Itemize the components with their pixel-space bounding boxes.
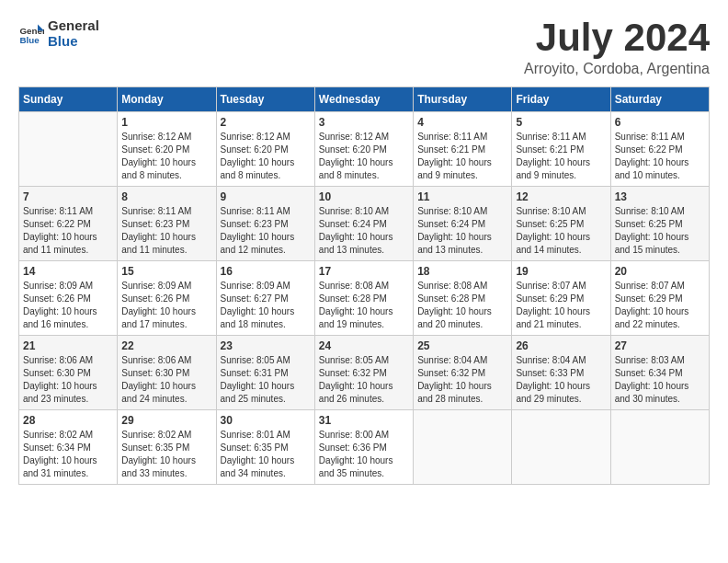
day-number: 13	[615, 190, 705, 203]
day-info: Sunrise: 8:06 AM Sunset: 6:30 PM Dayligh…	[23, 354, 113, 406]
day-info: Sunrise: 8:10 AM Sunset: 6:25 PM Dayligh…	[516, 205, 606, 257]
logo-general: General	[48, 18, 99, 34]
day-number: 19	[516, 265, 606, 278]
day-cell: 19Sunrise: 8:07 AM Sunset: 6:29 PM Dayli…	[512, 261, 610, 336]
day-cell	[512, 410, 610, 485]
month-year-title: July 2024	[524, 18, 710, 57]
day-number: 23	[221, 339, 311, 352]
day-info: Sunrise: 8:11 AM Sunset: 6:22 PM Dayligh…	[23, 205, 113, 257]
day-cell: 7Sunrise: 8:11 AM Sunset: 6:22 PM Daylig…	[19, 187, 118, 261]
day-cell: 15Sunrise: 8:09 AM Sunset: 6:26 PM Dayli…	[118, 261, 216, 336]
day-number: 29	[121, 414, 211, 427]
day-cell: 17Sunrise: 8:08 AM Sunset: 6:28 PM Dayli…	[314, 261, 413, 336]
day-info: Sunrise: 8:11 AM Sunset: 6:21 PM Dayligh…	[516, 131, 606, 182]
week-row-4: 21Sunrise: 8:06 AM Sunset: 6:30 PM Dayli…	[19, 336, 710, 410]
day-cell: 27Sunrise: 8:03 AM Sunset: 6:34 PM Dayli…	[610, 336, 709, 410]
week-row-1: 1Sunrise: 8:12 AM Sunset: 6:20 PM Daylig…	[19, 112, 710, 187]
day-info: Sunrise: 8:06 AM Sunset: 6:30 PM Dayligh…	[121, 354, 211, 406]
day-info: Sunrise: 8:12 AM Sunset: 6:20 PM Dayligh…	[221, 131, 311, 182]
day-cell: 13Sunrise: 8:10 AM Sunset: 6:25 PM Dayli…	[610, 187, 709, 261]
day-number: 27	[615, 339, 705, 352]
logo-icon: General Blue	[18, 21, 44, 47]
day-info: Sunrise: 8:01 AM Sunset: 6:35 PM Dayligh…	[221, 429, 311, 480]
day-cell: 22Sunrise: 8:06 AM Sunset: 6:30 PM Dayli…	[118, 336, 216, 410]
day-info: Sunrise: 8:11 AM Sunset: 6:21 PM Dayligh…	[417, 131, 507, 182]
header-thursday: Thursday	[414, 87, 512, 112]
day-number: 7	[23, 190, 113, 203]
day-info: Sunrise: 8:09 AM Sunset: 6:27 PM Dayligh…	[221, 280, 311, 331]
day-cell: 31Sunrise: 8:00 AM Sunset: 6:36 PM Dayli…	[314, 410, 413, 485]
day-number: 14	[23, 265, 113, 278]
header-tuesday: Tuesday	[216, 87, 314, 112]
day-number: 28	[23, 414, 113, 427]
day-info: Sunrise: 8:10 AM Sunset: 6:24 PM Dayligh…	[417, 205, 507, 257]
day-cell	[19, 112, 118, 187]
day-cell	[610, 410, 709, 485]
day-info: Sunrise: 8:11 AM Sunset: 6:23 PM Dayligh…	[221, 205, 311, 257]
day-info: Sunrise: 8:02 AM Sunset: 6:35 PM Dayligh…	[121, 429, 211, 480]
day-number: 26	[516, 339, 606, 352]
calendar-table: SundayMondayTuesdayWednesdayThursdayFrid…	[18, 86, 710, 485]
svg-text:Blue: Blue	[19, 34, 40, 44]
day-info: Sunrise: 8:08 AM Sunset: 6:28 PM Dayligh…	[319, 280, 409, 331]
day-cell: 29Sunrise: 8:02 AM Sunset: 6:35 PM Dayli…	[118, 410, 216, 485]
day-cell: 24Sunrise: 8:05 AM Sunset: 6:32 PM Dayli…	[314, 336, 413, 410]
day-number: 24	[319, 339, 409, 352]
day-info: Sunrise: 8:12 AM Sunset: 6:20 PM Dayligh…	[121, 131, 211, 182]
day-info: Sunrise: 8:07 AM Sunset: 6:29 PM Dayligh…	[615, 280, 705, 331]
page-header: General Blue General Blue July 2024 Arro…	[18, 18, 710, 77]
day-info: Sunrise: 8:02 AM Sunset: 6:34 PM Dayligh…	[23, 429, 113, 480]
day-info: Sunrise: 8:10 AM Sunset: 6:24 PM Dayligh…	[319, 205, 409, 257]
day-info: Sunrise: 8:00 AM Sunset: 6:36 PM Dayligh…	[319, 429, 409, 480]
day-number: 17	[319, 265, 409, 278]
day-number: 15	[121, 265, 211, 278]
day-cell	[414, 410, 512, 485]
day-cell: 8Sunrise: 8:11 AM Sunset: 6:23 PM Daylig…	[118, 187, 216, 261]
day-cell: 4Sunrise: 8:11 AM Sunset: 6:21 PM Daylig…	[414, 112, 512, 187]
day-info: Sunrise: 8:03 AM Sunset: 6:34 PM Dayligh…	[615, 354, 705, 406]
day-info: Sunrise: 8:05 AM Sunset: 6:32 PM Dayligh…	[319, 354, 409, 406]
location-subtitle: Arroyito, Cordoba, Argentina	[524, 61, 710, 77]
day-info: Sunrise: 8:08 AM Sunset: 6:28 PM Dayligh…	[417, 280, 507, 331]
day-cell: 9Sunrise: 8:11 AM Sunset: 6:23 PM Daylig…	[216, 187, 314, 261]
day-number: 30	[221, 414, 311, 427]
day-number: 21	[23, 339, 113, 352]
day-info: Sunrise: 8:05 AM Sunset: 6:31 PM Dayligh…	[221, 354, 311, 406]
day-number: 6	[615, 116, 705, 129]
title-area: July 2024 Arroyito, Cordoba, Argentina	[524, 18, 710, 77]
day-cell: 16Sunrise: 8:09 AM Sunset: 6:27 PM Dayli…	[216, 261, 314, 336]
day-number: 5	[516, 116, 606, 129]
day-cell: 6Sunrise: 8:11 AM Sunset: 6:22 PM Daylig…	[610, 112, 709, 187]
day-number: 20	[615, 265, 705, 278]
day-number: 12	[516, 190, 606, 203]
day-number: 25	[417, 339, 507, 352]
day-cell: 20Sunrise: 8:07 AM Sunset: 6:29 PM Dayli…	[610, 261, 709, 336]
day-info: Sunrise: 8:09 AM Sunset: 6:26 PM Dayligh…	[23, 280, 113, 331]
header-wednesday: Wednesday	[314, 87, 413, 112]
day-info: Sunrise: 8:10 AM Sunset: 6:25 PM Dayligh…	[615, 205, 705, 257]
day-info: Sunrise: 8:07 AM Sunset: 6:29 PM Dayligh…	[516, 280, 606, 331]
day-cell: 28Sunrise: 8:02 AM Sunset: 6:34 PM Dayli…	[19, 410, 118, 485]
day-number: 2	[221, 116, 311, 129]
day-number: 8	[121, 190, 211, 203]
day-number: 4	[417, 116, 507, 129]
day-number: 31	[319, 414, 409, 427]
day-cell: 21Sunrise: 8:06 AM Sunset: 6:30 PM Dayli…	[19, 336, 118, 410]
week-row-2: 7Sunrise: 8:11 AM Sunset: 6:22 PM Daylig…	[19, 187, 710, 261]
day-number: 22	[121, 339, 211, 352]
day-cell: 3Sunrise: 8:12 AM Sunset: 6:20 PM Daylig…	[314, 112, 413, 187]
week-row-3: 14Sunrise: 8:09 AM Sunset: 6:26 PM Dayli…	[19, 261, 710, 336]
header-friday: Friday	[512, 87, 610, 112]
day-number: 18	[417, 265, 507, 278]
day-cell: 14Sunrise: 8:09 AM Sunset: 6:26 PM Dayli…	[19, 261, 118, 336]
day-number: 11	[417, 190, 507, 203]
day-cell: 18Sunrise: 8:08 AM Sunset: 6:28 PM Dayli…	[414, 261, 512, 336]
day-cell: 25Sunrise: 8:04 AM Sunset: 6:32 PM Dayli…	[414, 336, 512, 410]
logo: General Blue General Blue	[18, 18, 99, 49]
day-number: 3	[319, 116, 409, 129]
header-saturday: Saturday	[610, 87, 709, 112]
day-cell: 10Sunrise: 8:10 AM Sunset: 6:24 PM Dayli…	[314, 187, 413, 261]
day-info: Sunrise: 8:09 AM Sunset: 6:26 PM Dayligh…	[121, 280, 211, 331]
day-info: Sunrise: 8:12 AM Sunset: 6:20 PM Dayligh…	[319, 131, 409, 182]
header-monday: Monday	[118, 87, 216, 112]
